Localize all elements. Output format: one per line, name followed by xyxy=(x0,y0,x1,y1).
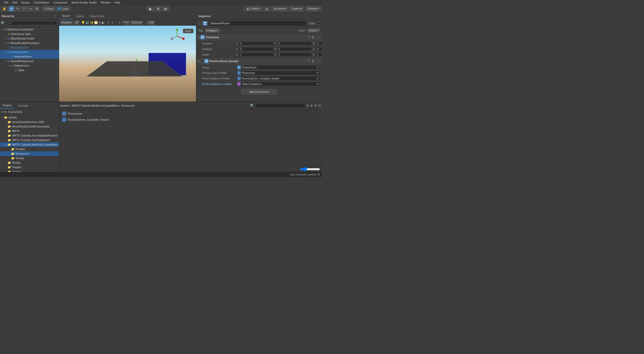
hierarchy-item-sharedplayground[interactable]: ⊡ SharedPlayground xyxy=(0,59,59,63)
pivot-toggle[interactable]: ⊙ Pivot xyxy=(43,6,55,12)
breadcrumb-mrtk[interactable]: MRTK.Tutorials.MultiUserCapabilities xyxy=(72,104,118,107)
rot-z-input[interactable] xyxy=(316,47,322,51)
mrtk-azure-item[interactable]: 📁 MRTK.Tutorials.AzureSpatialAnchors xyxy=(0,133,59,138)
pos-z-input[interactable] xyxy=(316,41,322,46)
assets-search-input[interactable] xyxy=(255,103,305,108)
tool-move[interactable]: ✥ xyxy=(9,6,14,12)
rover-location-field[interactable]: Table (Transform) ⊙ xyxy=(236,82,320,86)
layers-dropdown[interactable]: Layers ▾ xyxy=(289,6,304,12)
resources-item[interactable]: 📁 Resources xyxy=(0,151,59,156)
scene-cancel-icon[interactable]: ✕ xyxy=(118,21,121,24)
hierarchy-item-networklobby[interactable]: ⊡ NetworkLobby xyxy=(0,50,59,54)
mrtk-item[interactable]: 📁 MRTK xyxy=(0,129,59,133)
tag-dropdown[interactable]: Untagged xyxy=(205,28,220,33)
photon-user-select-btn[interactable]: ⊙ xyxy=(316,71,319,75)
gizmos-dropdown[interactable]: Gizmos xyxy=(131,20,143,25)
hierarchy-item-tableanchor[interactable]: ⊡ TableAnchor xyxy=(0,63,59,68)
hierarchy-item-table[interactable]: ⊡ Table xyxy=(0,68,59,72)
scenes-item[interactable]: 📁 Scenes xyxy=(0,169,59,172)
script-select-btn[interactable]: ⊙ xyxy=(316,66,319,69)
hierarchy-item-directional-light[interactable]: ☀ Directional Light xyxy=(0,32,59,36)
transform-help[interactable]: ? xyxy=(308,35,310,39)
pause-button[interactable]: ⏸ xyxy=(155,6,162,12)
photon-item[interactable]: 📁 Photon xyxy=(0,160,59,165)
tab-game[interactable]: Game xyxy=(73,13,87,19)
plugins-item[interactable]: 📁 Plugins xyxy=(0,165,59,169)
rot-x-input[interactable] xyxy=(239,47,273,51)
menu-window[interactable]: Window xyxy=(99,1,112,4)
add-folder-btn[interactable]: + xyxy=(1,110,3,114)
transform-header[interactable]: ⟲ Transform ? ⚙ ⋮ xyxy=(196,34,322,41)
scene-fog-icon[interactable]: 🌫 xyxy=(98,21,101,24)
scripts-item[interactable]: 📁 Scripts xyxy=(0,156,59,160)
transform-menu[interactable]: ⋮ xyxy=(316,35,320,39)
script-field[interactable]: PhotonRoom ⊙ xyxy=(236,65,320,70)
scale-x-input[interactable] xyxy=(239,53,273,57)
tool-rect[interactable]: ▭ xyxy=(27,6,33,12)
photon-menu[interactable]: ⋮ xyxy=(316,59,320,63)
hierarchy-menu-icon[interactable]: ⋮ xyxy=(53,14,57,18)
local-toggle[interactable]: 🌐 Local xyxy=(56,6,70,12)
breadcrumb-resources[interactable]: Resources xyxy=(121,104,135,107)
cloud-button[interactable]: ☁ xyxy=(263,6,270,12)
menu-file[interactable]: File xyxy=(2,1,11,4)
menu-assets[interactable]: Assets xyxy=(19,1,32,4)
all-dropdown[interactable]: ⊙ All xyxy=(147,20,155,25)
step-button[interactable]: ⏭ xyxy=(162,6,169,12)
prefabs-item[interactable]: 📁 Prefabs xyxy=(0,147,59,151)
2d-toggle[interactable]: 2D xyxy=(74,20,79,25)
rover-location-select-btn[interactable]: ⊙ xyxy=(316,82,319,86)
object-enabled-checkbox[interactable] xyxy=(198,22,201,25)
photon-settings[interactable]: ⚙ xyxy=(312,59,314,63)
photon-room-header[interactable]: C# Photon Room (Script) ? ⚙ ⋮ xyxy=(196,58,322,65)
assets-eye-icon[interactable]: 👁 xyxy=(314,104,317,107)
assets-root[interactable]: 📁 Assets xyxy=(0,115,59,120)
assets-star-icon[interactable]: ★ xyxy=(310,104,313,107)
scale-z-input[interactable] xyxy=(316,53,322,57)
tab-project[interactable]: Project xyxy=(0,102,15,109)
collab-button[interactable]: ☁ Collab ▾ xyxy=(244,6,262,12)
mrtk-generated-item[interactable]: 📁 MixedRealityToolkit.Generated xyxy=(0,124,59,129)
search-icon-assets[interactable]: 🔍 xyxy=(250,104,254,107)
layout-dropdown[interactable]: Default ▾ xyxy=(305,6,321,12)
rover-prefab-field[interactable]: RoverExplorer_Complete_Variant ⊙ xyxy=(236,76,320,81)
rot-y-input[interactable] xyxy=(277,47,312,51)
asset-rover-explorer[interactable]: RoverExplorer_Complete_Variant xyxy=(61,117,320,122)
assets-settings-icon[interactable]: ⚙ xyxy=(306,104,309,107)
scene-skybox-icon[interactable]: 🌅 xyxy=(94,21,98,24)
layer-dropdown[interactable]: Default xyxy=(307,28,320,33)
back-button[interactable]: Back xyxy=(183,29,193,33)
menu-component[interactable]: Component xyxy=(51,1,69,4)
azure-item[interactable]: 📁 AzureSpatialAnchors.SDK xyxy=(0,120,59,124)
menu-mixed-reality[interactable]: Mixed Reality Toolkit xyxy=(69,1,99,4)
account-dropdown[interactable]: Account ▾ xyxy=(271,6,288,12)
photon-user-prefab-field[interactable]: PhotonUser ⊙ xyxy=(236,71,320,75)
hierarchy-item-networkroom[interactable]: ⊡ NetworkRoom xyxy=(0,54,59,59)
menu-help[interactable]: Help xyxy=(113,1,123,4)
tab-scene[interactable]: Scene xyxy=(59,13,73,19)
menu-gameobject[interactable]: GameObject xyxy=(32,1,51,4)
rover-prefab-select-btn[interactable]: ⊙ xyxy=(316,77,319,80)
assets-zoom-slider[interactable] xyxy=(300,167,320,171)
hierarchy-item-mrtk[interactable]: ⊡ MixedRealityToolkit xyxy=(0,36,59,41)
tab-asset-store[interactable]: Asset Store xyxy=(87,13,108,19)
hierarchy-search-input[interactable] xyxy=(7,21,57,25)
photon-enabled-cb[interactable] xyxy=(200,60,204,63)
asset-photon-user[interactable]: PhotonUser xyxy=(61,111,320,116)
scene-fx-icon[interactable]: ✨ xyxy=(90,21,94,24)
mrtk-multiuser-item[interactable]: 📁 MRTK.Tutorials.MultiUserCapabilities xyxy=(0,142,59,147)
tab-console[interactable]: Console xyxy=(15,102,31,109)
add-component-button[interactable]: Add Component xyxy=(241,89,277,95)
object-name-input[interactable] xyxy=(209,21,307,26)
photon-help[interactable]: ? xyxy=(308,59,310,63)
hierarchy-item-debugwindow[interactable]: ⊡ DebugWindow xyxy=(0,45,59,50)
static-checkbox[interactable] xyxy=(317,22,320,25)
hierarchy-root[interactable]: ⊞ MultiUserCapabilities* xyxy=(0,27,59,32)
tool-hand[interactable]: ✋ xyxy=(1,6,8,12)
tool-scale[interactable]: ⤢ xyxy=(21,6,27,12)
transform-settings[interactable]: ⚙ xyxy=(312,35,314,39)
scene-anim-icon[interactable]: ▶ xyxy=(102,21,105,25)
pos-x-input[interactable] xyxy=(239,41,273,46)
tool-transform[interactable]: ⊞ xyxy=(34,6,40,12)
favorites-star[interactable]: ★ xyxy=(4,110,7,114)
